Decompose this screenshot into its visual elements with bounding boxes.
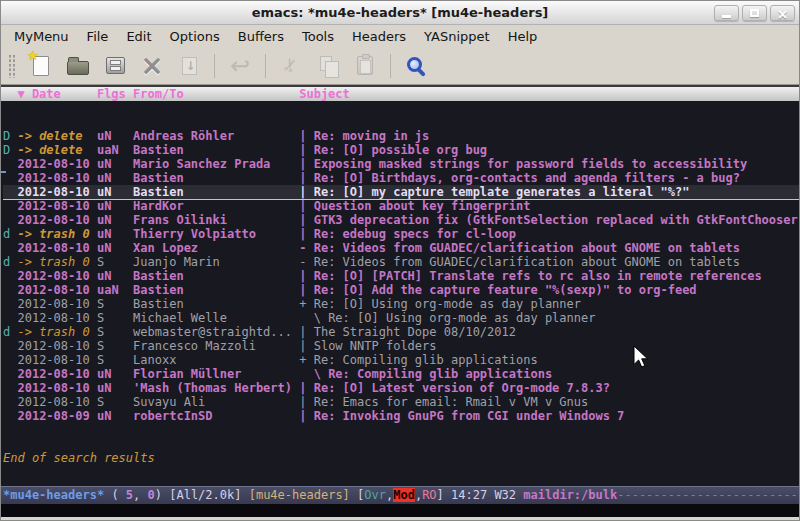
message-row[interactable]: 2012-08-10 S Suvayu Ali | Re: Emacs for … bbox=[3, 395, 799, 409]
modeline-segment-num: 5 bbox=[126, 488, 133, 502]
toolbar-drag-handle-icon[interactable] bbox=[8, 54, 16, 78]
toolbar-separator bbox=[214, 54, 215, 78]
close-buffer-icon bbox=[140, 53, 163, 79]
menu-tools[interactable]: Tools bbox=[293, 27, 343, 46]
message-row[interactable]: 2012-08-10 uN Frans Oilinki | GTK3 depre… bbox=[3, 213, 799, 227]
message-row[interactable]: 2012-08-10 uN Bastien | Re: [O] Birthday… bbox=[3, 171, 799, 185]
save-button[interactable] bbox=[100, 52, 130, 80]
frame-bottom-edge bbox=[1, 517, 799, 520]
modeline-segment-base: [ bbox=[350, 488, 364, 502]
maximize-icon bbox=[750, 9, 759, 17]
emacs-window: emacs: *mu4e-headers* [mu4e-headers] MyM… bbox=[0, 0, 800, 521]
modeline-segment-maildir: maildir:/bulk bbox=[523, 488, 617, 502]
toolbar-separator bbox=[265, 54, 266, 78]
cut-icon bbox=[283, 56, 298, 75]
message-row[interactable]: 2012-08-10 S Bastien + Re: [O] Using org… bbox=[3, 297, 799, 311]
menu-edit[interactable]: Edit bbox=[117, 27, 160, 46]
message-row[interactable]: 2012-08-10 uN HardKor | Question about k… bbox=[3, 199, 799, 213]
modeline-segment-base: ) [All/2.0k] bbox=[155, 488, 249, 502]
menu-mymenu[interactable]: MyMenu bbox=[5, 27, 78, 46]
paste-icon bbox=[357, 56, 373, 75]
minimize-button[interactable] bbox=[714, 5, 739, 21]
message-row[interactable]: 2012-08-09 uN robertcInSD | Re: Invoking… bbox=[3, 409, 799, 423]
toolbar-separator bbox=[390, 54, 391, 78]
message-row[interactable]: 2012-08-10 S Michael Welle \ Re: [O] Usi… bbox=[3, 311, 799, 325]
modeline-segment-ro: RO bbox=[422, 488, 436, 502]
headers-column-header: ▼ Date Flgs From/To Subject bbox=[1, 85, 799, 101]
open-folder-button[interactable] bbox=[63, 52, 93, 80]
search-button[interactable] bbox=[401, 52, 431, 80]
window-title: emacs: *mu4e-headers* [mu4e-headers] bbox=[252, 5, 549, 20]
modeline-segment-mode: [mu4e-headers] bbox=[249, 488, 350, 502]
save-as-button bbox=[174, 52, 204, 80]
message-row[interactable]: 2012-08-10 S Francesco Mazzoli | Slow NN… bbox=[3, 339, 799, 353]
new-file-icon bbox=[33, 56, 49, 76]
message-rows: D -> delete uN Andreas Röhler | Re: movi… bbox=[3, 129, 799, 423]
message-row[interactable]: 2012-08-10 S Lanoxx + Re: Compiling glib… bbox=[3, 353, 799, 367]
window-buttons bbox=[714, 5, 795, 21]
modeline-segment-ovr: Ovr bbox=[364, 488, 386, 502]
modeline-segment-dash: ----------------------------------------… bbox=[617, 488, 799, 502]
copy-button bbox=[313, 52, 343, 80]
undo-button bbox=[225, 52, 255, 80]
minibuffer[interactable] bbox=[1, 504, 799, 517]
end-of-search-results: End of search results bbox=[3, 451, 799, 465]
message-row[interactable]: d -> trash 0 S webmaster@straightd... | … bbox=[3, 325, 799, 339]
new-file-button[interactable] bbox=[26, 52, 56, 80]
message-row[interactable]: D -> delete uN Andreas Röhler | Re: movi… bbox=[3, 129, 799, 143]
menu-buffers[interactable]: Buffers bbox=[229, 27, 293, 46]
message-row[interactable]: 2012-08-10 uN 'Mash (Thomas Herbert) | R… bbox=[3, 381, 799, 395]
title-bar[interactable]: emacs: *mu4e-headers* [mu4e-headers] bbox=[1, 1, 799, 25]
menu-help[interactable]: Help bbox=[499, 27, 547, 46]
modeline-segment-mod: Mod bbox=[393, 488, 415, 502]
open-folder-icon bbox=[67, 61, 89, 75]
modeline-segment-base: ] 14:27 W32 bbox=[437, 488, 524, 502]
message-row[interactable]: 2012-08-10 uN Florian Müllner \ Re: Comp… bbox=[3, 367, 799, 381]
message-row[interactable]: d -> trash 0 uN Thierry Volpiatto | Re: … bbox=[3, 227, 799, 241]
message-row[interactable]: 2012-08-10 uN Bastien | Re: [O] [PATCH] … bbox=[3, 269, 799, 283]
menu-options[interactable]: Options bbox=[161, 27, 229, 46]
cut-button bbox=[276, 52, 306, 80]
menu-bar: MyMenuFileEditOptionsBuffersToolsHeaders… bbox=[1, 25, 799, 47]
close-icon bbox=[777, 4, 789, 23]
message-row[interactable]: d -> trash 0 S Juanjo Marin - Re: Videos… bbox=[3, 255, 799, 269]
message-row[interactable]: 2012-08-10 uN Mario Sanchez Prada | Expo… bbox=[3, 157, 799, 171]
message-row[interactable]: D -> delete uaN Bastien | Re: [O] possib… bbox=[3, 143, 799, 157]
modeline-segment-buffer-name: *mu4e-headers* bbox=[3, 488, 104, 502]
menu-file[interactable]: File bbox=[78, 27, 118, 46]
menu-headers[interactable]: Headers bbox=[343, 27, 415, 46]
minimize-icon bbox=[722, 15, 731, 18]
modeline-segment-base: ( bbox=[104, 488, 126, 502]
message-row[interactable]: 2012-08-10 uaN Bastien | Re: [O] Add the… bbox=[3, 283, 799, 297]
undo-icon bbox=[230, 54, 250, 78]
close-buffer-button[interactable] bbox=[137, 52, 167, 80]
modeline-segment-num: 0 bbox=[148, 488, 155, 502]
message-row[interactable]: 2012-08-10 uN Bastien | Re: [O] my captu… bbox=[3, 185, 799, 199]
modeline-segment-base: , bbox=[133, 488, 147, 502]
mode-line: *mu4e-headers* ( 5, 0) [All/2.0k] [mu4e-… bbox=[1, 486, 799, 504]
paste-button bbox=[350, 52, 380, 80]
search-icon bbox=[407, 57, 422, 72]
message-row[interactable]: 2012-08-10 uN Xan Lopez - Re: Videos fro… bbox=[3, 241, 799, 255]
fringe-cursor-indicator bbox=[1, 171, 6, 173]
save-as-icon bbox=[182, 57, 197, 75]
maximize-button[interactable] bbox=[742, 5, 767, 21]
toolbar bbox=[1, 47, 799, 85]
close-button[interactable] bbox=[770, 5, 795, 21]
save-icon bbox=[106, 57, 125, 74]
copy-icon bbox=[320, 56, 332, 71]
mu4e-headers-buffer: D -> delete uN Andreas Röhler | Re: movi… bbox=[1, 101, 799, 486]
menu-yasnippet[interactable]: YASnippet bbox=[415, 27, 499, 46]
